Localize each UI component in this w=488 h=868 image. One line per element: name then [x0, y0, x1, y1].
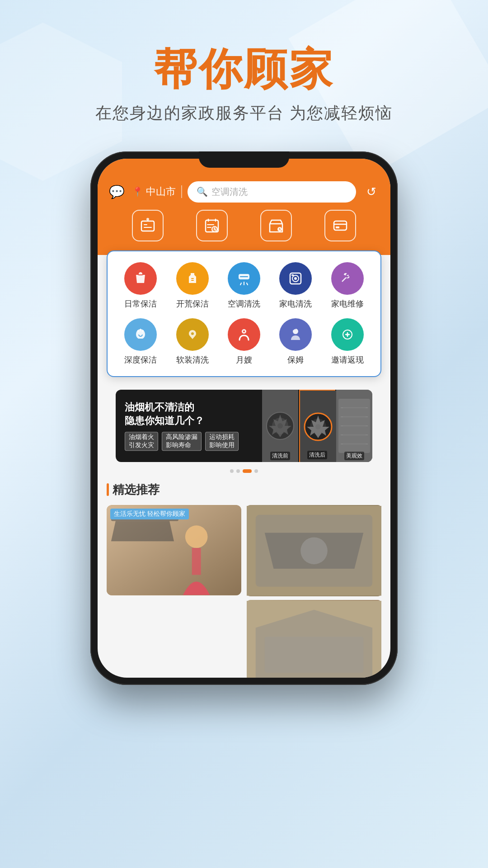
phone-screen: 💬 📍 中山市 🔍 空调清洗 ↺ — [98, 159, 390, 678]
service-icon-babysitter — [279, 318, 312, 351]
nav-icon-card — [324, 210, 356, 241]
nav-item-booking[interactable] — [196, 210, 228, 241]
banner-tag-2: 高风险渗漏影响寿命 — [162, 432, 202, 451]
banner-img-result: 美观效 — [336, 390, 372, 462]
svg-point-1 — [146, 218, 149, 221]
service-soft-clean[interactable]: 软装清洗 — [170, 318, 215, 365]
service-icon-ac-clean — [228, 262, 260, 295]
svg-rect-39 — [265, 637, 364, 673]
service-categories: 日常保洁 开荒保洁 — [107, 250, 381, 377]
svg-rect-6 — [336, 226, 339, 228]
search-icon: 🔍 — [197, 186, 208, 197]
phone-mockup: 💬 📍 中山市 🔍 空调清洗 ↺ — [90, 151, 398, 685]
service-appliance-clean[interactable]: 家电清洗 — [273, 262, 318, 309]
nav-icon-store — [260, 210, 292, 241]
rec-items-stack — [247, 505, 381, 678]
dot-1 — [230, 469, 234, 473]
service-repair[interactable]: 家电维修 — [325, 262, 370, 309]
rec-item-small-2[interactable] — [247, 600, 381, 677]
search-bar[interactable]: 🔍 空调清洗 — [188, 181, 356, 203]
chat-icon[interactable]: 💬 — [107, 182, 127, 202]
banner-tag-3: 运动损耗影响使用 — [205, 432, 239, 451]
svg-rect-5 — [334, 221, 347, 230]
svg-point-18 — [346, 333, 349, 336]
banner-tags: 油烟着火引发火灾 高风险渗漏影响寿命 运动损耗影响使用 — [125, 432, 239, 451]
section-title-text: 精选推荐 — [113, 482, 160, 498]
service-row-1: 日常保洁 开荒保洁 — [115, 262, 373, 309]
svg-rect-0 — [141, 221, 154, 231]
service-label-repair: 家电维修 — [331, 298, 364, 309]
nav-item-card[interactable] — [324, 210, 356, 241]
svg-point-32 — [185, 525, 208, 548]
service-daily-clean[interactable]: 日常保洁 — [118, 262, 163, 309]
svg-point-15 — [243, 330, 245, 332]
search-placeholder: 空调清洗 — [211, 186, 248, 198]
service-referral[interactable]: 邀请返现 — [325, 318, 370, 365]
service-label-deep-clean: 开荒保洁 — [176, 298, 209, 309]
service-icon-soft-clean — [176, 318, 209, 351]
svg-point-11 — [294, 277, 297, 280]
header-nav — [107, 203, 381, 246]
svg-rect-7 — [137, 276, 144, 282]
nav-item-daily[interactable] — [132, 210, 164, 241]
service-label-ac-clean: 空调清洗 — [228, 298, 260, 309]
before-label: 清洗前 — [270, 452, 290, 460]
hero-title: 帮你顾家 — [154, 45, 334, 93]
svg-rect-33 — [192, 548, 201, 575]
banner-tag-1: 油烟着火引发火灾 — [125, 432, 158, 451]
promo-banner[interactable]: 油烟机不清洁的隐患你知道几个？ 油烟着火引发火灾 高风险渗漏影响寿命 运动损耗影… — [116, 390, 372, 462]
service-deep-clean2[interactable]: 深度保洁 — [118, 318, 163, 365]
service-label-soft-clean: 软装清洗 — [176, 354, 209, 365]
service-icon-appliance-clean — [279, 262, 312, 295]
phone-notch — [199, 151, 289, 168]
service-deep-clean[interactable]: 开荒保洁 — [170, 262, 215, 309]
dot-3 — [243, 469, 252, 473]
rec-item-small-1[interactable] — [247, 505, 381, 597]
service-icon-nanny — [228, 318, 260, 351]
service-icon-referral — [331, 318, 364, 351]
service-label-referral: 邀请返现 — [331, 354, 364, 365]
banner-img-before: 清洗前 — [262, 390, 298, 462]
service-label-daily-clean: 日常保洁 — [124, 298, 157, 309]
banner-img-after: 清洗后 — [299, 390, 335, 462]
recommendations-grid: 生活乐无忧 轻松帮你顾家 — [107, 505, 381, 678]
svg-rect-29 — [343, 406, 366, 446]
service-icon-repair — [331, 262, 364, 295]
service-icon-deep-clean — [176, 262, 209, 295]
app-header: 💬 📍 中山市 🔍 空调清洗 ↺ — [98, 159, 390, 255]
banner-title: 油烟机不清洁的隐患你知道几个？ — [125, 401, 239, 429]
dot-4 — [254, 469, 258, 473]
rec-item-main[interactable]: 生活乐无忧 轻松帮你顾家 — [107, 505, 241, 595]
svg-rect-12 — [291, 274, 294, 276]
service-icon-deep-clean2 — [124, 318, 157, 351]
hero-subtitle: 在您身边的家政服务平台 为您减轻烦恼 — [95, 102, 393, 124]
section-header: 精选推荐 — [107, 482, 381, 498]
banner-images: 清洗前 清 — [262, 390, 372, 462]
location-text: 中山市 — [146, 185, 176, 198]
location-display[interactable]: 📍 中山市 — [132, 185, 176, 198]
service-babysitter[interactable]: 保姆 — [273, 318, 318, 365]
service-ac-clean[interactable]: 空调清洗 — [221, 262, 267, 309]
service-label-appliance-clean: 家电清洗 — [279, 298, 312, 309]
nav-icon-daily — [132, 210, 164, 241]
phone-outer: 💬 📍 中山市 🔍 空调清洗 ↺ — [90, 151, 398, 685]
refresh-icon[interactable]: ↺ — [361, 182, 381, 202]
location-pin-icon: 📍 — [132, 186, 143, 197]
service-label-deep-clean2: 深度保洁 — [124, 354, 157, 365]
svg-point-37 — [300, 537, 328, 564]
header-divider — [181, 185, 182, 198]
banner-dots — [107, 469, 381, 473]
service-icon-daily-clean — [124, 262, 157, 295]
banner-text: 油烟机不清洁的隐患你知道几个？ 油烟着火引发火灾 高风险渗漏影响寿命 运动损耗影… — [125, 401, 239, 451]
nav-item-store[interactable] — [260, 210, 292, 241]
service-label-babysitter: 保姆 — [287, 354, 304, 365]
after-label: 清洗后 — [307, 451, 327, 459]
rec-label-main: 生活乐无忧 轻松帮你顾家 — [110, 509, 189, 519]
section-accent-bar — [107, 483, 109, 496]
result-label: 美观效 — [344, 452, 364, 460]
service-nanny[interactable]: 月嫂 — [221, 318, 267, 365]
svg-point-13 — [191, 332, 194, 335]
service-label-nanny: 月嫂 — [236, 354, 252, 365]
service-row-2: 深度保洁 软装清洗 — [115, 318, 373, 365]
nav-icon-booking — [196, 210, 228, 241]
